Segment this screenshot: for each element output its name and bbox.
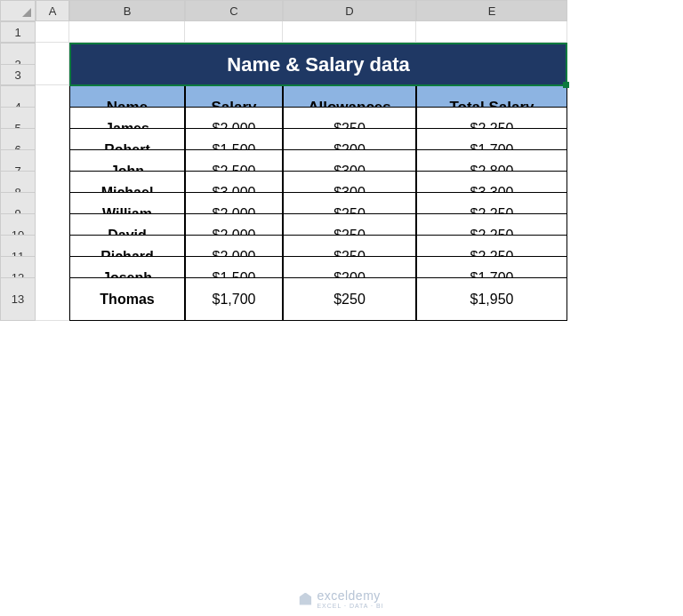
table-row[interactable]: $250 (283, 277, 416, 321)
select-all-corner[interactable] (0, 0, 36, 21)
cell-E1[interactable] (416, 21, 567, 43)
watermark: exceldemy EXCEL · DATA · BI (299, 588, 383, 609)
spreadsheet-grid: A B C D E 1 2 Name & Salary data 3 4 Nam… (0, 0, 683, 299)
cell-A3[interactable] (36, 64, 69, 85)
cell-B1[interactable] (69, 21, 185, 43)
cell-A13[interactable] (36, 277, 69, 321)
table-row[interactable]: $1,700 (185, 277, 283, 321)
cell-D1[interactable] (283, 21, 416, 43)
watermark-tagline: EXCEL · DATA · BI (317, 603, 383, 609)
cell-A1[interactable] (36, 21, 69, 43)
col-header-E[interactable]: E (416, 0, 567, 21)
watermark-brand: exceldemy (317, 588, 380, 603)
table-row[interactable]: $1,950 (416, 277, 567, 321)
row-header-1[interactable]: 1 (0, 21, 36, 43)
col-header-C[interactable]: C (185, 0, 283, 21)
row-header-13[interactable]: 13 (0, 277, 36, 321)
table-row[interactable]: Thomas (69, 277, 185, 321)
title-merged-cell[interactable]: Name & Salary data (69, 43, 567, 86)
watermark-text: exceldemy EXCEL · DATA · BI (317, 588, 383, 609)
cell-C1[interactable] (185, 21, 283, 43)
col-header-B[interactable]: B (69, 0, 185, 21)
logo-icon (299, 593, 311, 605)
col-header-A[interactable]: A (36, 0, 69, 21)
col-header-D[interactable]: D (283, 0, 416, 21)
row-header-3[interactable]: 3 (0, 64, 36, 85)
